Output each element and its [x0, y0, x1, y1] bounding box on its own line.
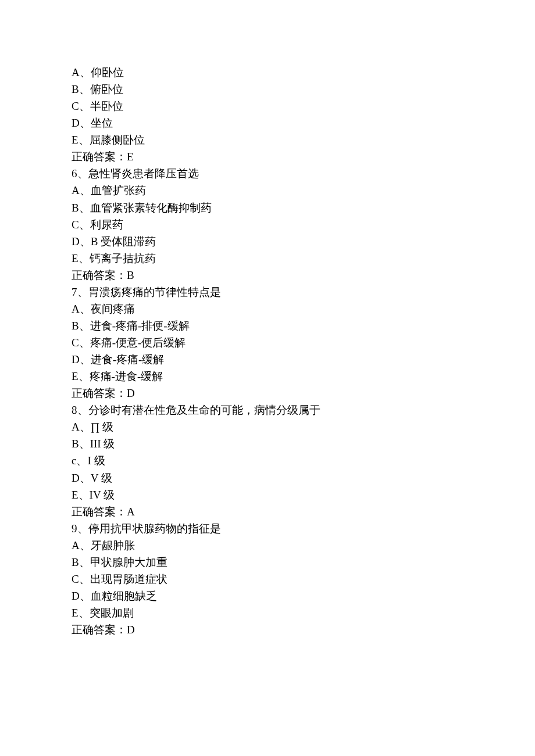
answer-label: 正确答案： — [72, 506, 127, 518]
question-stem: 9、停用抗甲状腺药物的指征是 — [72, 520, 535, 537]
option-e: E、IV 级 — [72, 486, 535, 503]
answer-line: 正确答案：D — [72, 385, 535, 402]
option-d: D、V 级 — [72, 470, 535, 486]
answer-line: 正确答案：B — [72, 267, 535, 284]
option-b: B、进食-疼痛-排便-缓解 — [72, 317, 535, 334]
option-e: E、钙离子拮抗药 — [72, 250, 535, 267]
option-b: B、甲状腺肿大加重 — [72, 554, 535, 571]
option-d: D、B 受体阻滞药 — [72, 233, 535, 250]
option-a: A、夜间疼痛 — [72, 300, 535, 317]
answer-line: 正确答案：E — [72, 148, 535, 165]
answer-label: 正确答案： — [72, 624, 127, 636]
question-stem: 7、胃溃疡疼痛的节律性特点是 — [72, 284, 535, 300]
option-c: c、I 级 — [72, 452, 535, 469]
option-b: B、血管紧张素转化酶抑制药 — [72, 199, 535, 216]
option-b: B、俯卧位 — [72, 81, 535, 98]
option-c: C、出现胃肠道症状 — [72, 571, 535, 587]
answer-line: 正确答案：A — [72, 503, 535, 520]
question-stem: 8、分诊时有潜在性危及生命的可能，病情分级属于 — [72, 402, 535, 418]
answer-value: A — [127, 506, 135, 518]
answer-line: 正确答案：D — [72, 621, 535, 638]
answer-label: 正确答案： — [72, 151, 127, 163]
option-d: D、血粒细胞缺乏 — [72, 587, 535, 604]
document-page: A、仰卧位 B、俯卧位 C、半卧位 D、坐位 E、屈膝侧卧位 正确答案：E 6、… — [0, 0, 535, 638]
option-d: D、进食-疼痛-缓解 — [72, 351, 535, 368]
answer-value: D — [127, 624, 135, 636]
option-b: B、III 级 — [72, 435, 535, 452]
answer-value: B — [127, 269, 134, 281]
answer-value: E — [127, 151, 134, 163]
question-stem: 6、急性肾炎患者降压首选 — [72, 165, 535, 182]
option-d: D、坐位 — [72, 114, 535, 131]
option-c: C、疼痛-便意-便后缓解 — [72, 334, 535, 351]
option-e: E、屈膝侧卧位 — [72, 131, 535, 148]
option-a: A、仰卧位 — [72, 64, 535, 81]
option-a: A、牙龈肿胀 — [72, 537, 535, 554]
option-a: A、∏ 级 — [72, 418, 535, 435]
option-a: A、血管扩张药 — [72, 182, 535, 199]
option-e: E、疼痛-进食-缓解 — [72, 368, 535, 385]
answer-value: D — [127, 387, 135, 399]
answer-label: 正确答案： — [72, 269, 127, 281]
option-c: C、半卧位 — [72, 98, 535, 114]
option-e: E、突眼加剧 — [72, 604, 535, 621]
answer-label: 正确答案： — [72, 387, 127, 399]
option-c: C、利尿药 — [72, 216, 535, 233]
